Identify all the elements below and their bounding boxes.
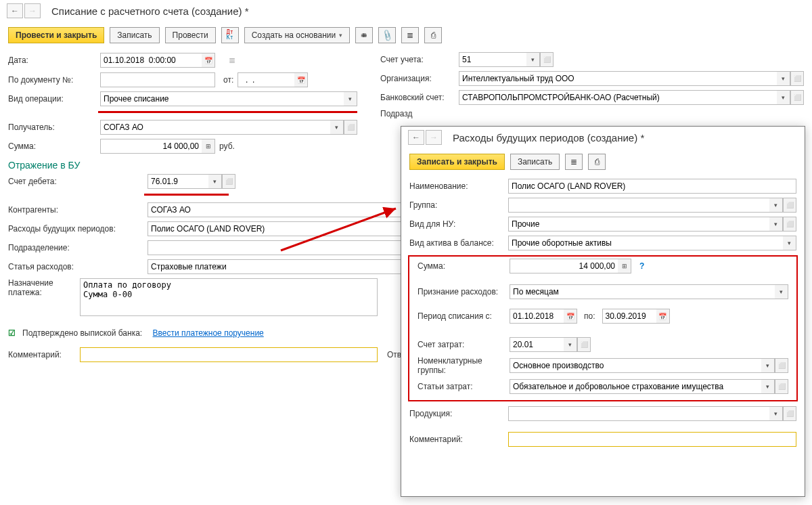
dropdown-icon[interactable] [769, 406, 783, 421]
open-icon[interactable] [540, 52, 554, 67]
save-button[interactable]: Записать [110, 27, 159, 43]
dropdown-icon[interactable] [769, 198, 783, 213]
account-input[interactable] [459, 52, 526, 67]
sum-label: Сумма: [8, 141, 96, 151]
calc-icon[interactable]: ⊞ [618, 259, 631, 273]
check-icon[interactable]: ☑ [8, 328, 16, 338]
nutype-label: Вид для НУ: [409, 219, 504, 229]
dropdown-icon[interactable] [775, 284, 788, 299]
window-title: ← → Списание с расчетного счета (создани… [0, 0, 812, 24]
post-button[interactable]: Провести [165, 27, 216, 43]
optype-input[interactable] [100, 91, 344, 106]
subdiv-label: Подразд [380, 109, 414, 118]
structure-icon-button[interactable]: ⩩ [355, 27, 373, 43]
output-icon-button[interactable]: ⎙ [424, 27, 442, 43]
overlay-toolbar: Записать и закрыть Записать ≣ ⎙ [401, 150, 805, 177]
expitem-input[interactable] [148, 259, 425, 274]
bankacc-input[interactable] [459, 90, 777, 105]
dropdown-icon[interactable] [777, 90, 790, 105]
assettype-label: Вид актива в балансе: [409, 238, 504, 248]
recipient-label: Получатель: [8, 123, 96, 132]
sum-input[interactable] [510, 259, 618, 273]
recognition-input[interactable] [510, 284, 775, 299]
open-icon[interactable] [783, 198, 796, 213]
dropdown-icon[interactable] [777, 71, 790, 86]
dropdown-icon[interactable] [769, 217, 783, 232]
rbp-label: Расходы будущих периодов: [8, 224, 143, 234]
dropdown-icon[interactable] [344, 91, 357, 106]
save-and-close-button[interactable]: Записать и закрыть [409, 154, 505, 170]
register-icon-button[interactable]: ≣ [401, 27, 419, 43]
paperclip-icon: 📎 [380, 28, 394, 42]
open-icon[interactable] [222, 174, 235, 189]
open-icon[interactable] [577, 337, 591, 352]
periodto-label: по: [584, 311, 595, 321]
highlight-box: Сумма: ⊞ ? Признание расходов: Период сп… [408, 255, 798, 401]
open-icon[interactable] [783, 406, 796, 421]
calendar-icon[interactable] [564, 309, 577, 324]
dropdown-icon[interactable] [761, 358, 775, 373]
date-input[interactable] [100, 53, 202, 68]
dtkt-icon-button[interactable]: ДтКт [221, 27, 239, 43]
expitem-label: Статья расходов: [8, 262, 143, 271]
help-icon[interactable]: ? [639, 261, 644, 271]
nav-forward-button[interactable]: → [426, 130, 442, 145]
open-icon[interactable] [775, 358, 788, 373]
contragent-input[interactable] [148, 202, 425, 217]
product-input[interactable] [508, 406, 769, 421]
purpose-input[interactable] [80, 278, 378, 316]
output-icon-button[interactable]: ⎙ [588, 154, 606, 170]
sum-input[interactable] [100, 139, 202, 154]
name-input[interactable] [508, 179, 796, 194]
dropdown-icon[interactable] [564, 337, 577, 352]
calendar-icon[interactable] [202, 53, 215, 68]
optype-label: Вид операции: [8, 94, 96, 104]
nav-forward-button[interactable]: → [24, 3, 41, 18]
dropdown-icon[interactable] [208, 174, 222, 189]
dropdown-icon[interactable] [761, 379, 775, 394]
nomgroup-label: Номенклатурные группы: [418, 356, 505, 375]
nutype-input[interactable] [508, 217, 769, 232]
periodfrom-input[interactable] [510, 309, 564, 324]
debitacc-input[interactable] [148, 174, 208, 189]
costitems-input[interactable] [510, 379, 761, 394]
open-icon[interactable] [775, 379, 788, 394]
org-input[interactable] [459, 71, 777, 86]
calendar-icon[interactable] [294, 72, 308, 87]
open-icon[interactable] [790, 90, 804, 105]
dropdown-icon[interactable] [526, 52, 540, 67]
dropdown-icon[interactable] [330, 120, 344, 135]
create-from-button[interactable]: Создать на основании [244, 27, 351, 43]
highlight-underline [98, 111, 357, 113]
dropdown-icon[interactable] [783, 236, 796, 250]
periodto-input[interactable] [602, 309, 656, 324]
nav-back-button[interactable]: ← [7, 3, 23, 18]
nomgroup-input[interactable] [510, 358, 761, 373]
group-input[interactable] [508, 198, 769, 213]
post-and-close-button[interactable]: Провести и закрыть [8, 27, 104, 43]
dept-input[interactable] [148, 240, 425, 255]
costacc-input[interactable] [510, 337, 564, 352]
open-icon[interactable] [344, 120, 357, 135]
enter-payment-link[interactable]: Ввести платежное поручение [153, 328, 264, 338]
date-label: Дата: [8, 56, 96, 65]
nav-back-button[interactable]: ← [408, 130, 424, 145]
recipient-input[interactable] [100, 120, 330, 135]
open-icon[interactable] [783, 217, 796, 232]
docdate-input[interactable] [238, 72, 294, 87]
rbp-input[interactable] [148, 221, 425, 236]
account-label: Счет учета: [380, 55, 455, 64]
assettype-input[interactable] [508, 236, 783, 250]
attach-icon-button[interactable]: 📎 [378, 27, 396, 43]
calc-icon[interactable]: ⊞ [202, 139, 215, 154]
open-icon[interactable] [790, 71, 804, 86]
costacc-label: Счет затрат: [418, 340, 505, 349]
register-icon-button[interactable]: ≣ [565, 154, 583, 170]
docnum-input[interactable] [100, 72, 215, 87]
save-button[interactable]: Записать [510, 154, 560, 170]
debitacc-label: Счет дебета: [8, 177, 143, 186]
page-title: Списание с расчетного счета (создание) * [51, 5, 249, 17]
calendar-icon[interactable] [656, 309, 670, 324]
comment-input[interactable] [80, 347, 378, 362]
comment-input[interactable] [508, 432, 796, 447]
